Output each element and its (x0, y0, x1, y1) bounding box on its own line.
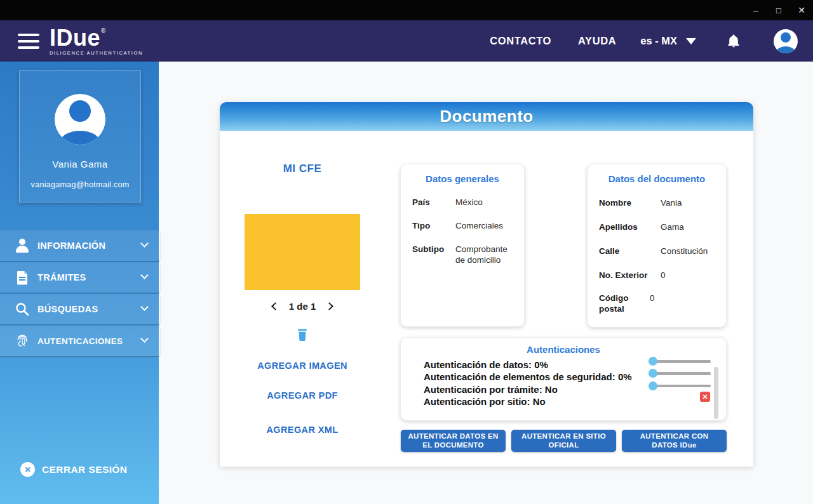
profile-card: Vania Gama vaniagamag@hotmail.com (19, 70, 141, 202)
page-title: Documento (440, 107, 534, 126)
sidebar-item-label: AUTENTICACIONES (37, 336, 123, 346)
avatar-head (781, 32, 791, 43)
data-row: País México (401, 197, 524, 208)
page-indicator: 1 de 1 (289, 301, 316, 312)
auth-sitio-fail-icon[interactable]: ✕ (700, 392, 710, 402)
data-row: Subtipo Comprobante de domicilio (401, 244, 524, 265)
slider-track (652, 360, 711, 363)
data-row: Nombre Vania (588, 197, 726, 208)
previous-page-icon[interactable] (271, 302, 279, 310)
auth-status-sitio: Autenticación por sitio: No (424, 395, 632, 408)
data-row: Calle Constitución (588, 246, 726, 256)
profile-email: vaniagamag@hotmail.com (31, 180, 130, 189)
close-circle-icon: ✕ (20, 462, 35, 477)
data-row: Código postal 0 (588, 293, 726, 314)
document-image-preview[interactable] (245, 214, 360, 290)
nav-contacto-link[interactable]: CONTACTO (490, 35, 551, 47)
logo-subtitle: DILIGENCE AUTHENTICATION (50, 51, 143, 56)
row-label: Calle (599, 246, 661, 256)
authenticate-document-data-button[interactable]: AUTENTICAR DATOS EN EL DOCUMENTO (401, 430, 506, 452)
auth-tramite-slider[interactable] (648, 381, 711, 390)
panel-scrollbar[interactable] (714, 367, 718, 419)
sidebar-item-busquedas[interactable]: BÚSQUEDAS (0, 294, 160, 324)
chevron-down-icon (142, 242, 149, 249)
authentication-sliders (648, 357, 711, 394)
add-xml-link[interactable]: AGREGAR XML (245, 425, 360, 435)
logout-button[interactable]: ✕ CERRAR SESIÓN (20, 462, 127, 477)
avatar-shoulders (776, 46, 795, 53)
window-minimize-button[interactable]: – (744, 0, 767, 20)
panel-title: Datos generales (401, 173, 524, 184)
nav-ayuda-link[interactable]: AYUDA (578, 35, 616, 47)
profile-avatar (55, 94, 105, 145)
person-icon (14, 239, 30, 253)
auth-status-tramite: Autenticación por trámite: No (424, 383, 632, 395)
slider-thumb[interactable] (648, 381, 657, 390)
idue-logo: IDue ® DILIGENCE AUTHENTICATION (50, 27, 143, 56)
sidebar-item-label: INFORMACIÓN (37, 241, 105, 251)
window-close-button[interactable]: ✕ (790, 0, 813, 20)
slider-track (652, 385, 711, 388)
language-value: es - MX (640, 35, 677, 47)
delete-image-button[interactable] (245, 329, 360, 341)
slider-thumb[interactable] (648, 369, 657, 378)
window-maximize-button[interactable]: □ (767, 0, 790, 20)
chevron-down-icon (686, 38, 696, 44)
sidebar-menu: INFORMACIÓN TRÁMITES (0, 230, 160, 357)
sidebar-item-tramites[interactable]: TRÁMITES (0, 262, 160, 293)
row-value: Constitución (661, 246, 724, 256)
page-navigator: 1 de 1 (245, 301, 360, 312)
app-header: IDue ® DILIGENCE AUTHENTICATION CONTACTO… (0, 20, 813, 62)
sidebar-item-informacion[interactable]: INFORMACIÓN (0, 230, 160, 261)
sidebar-item-autenticaciones[interactable]: AUTENTICACIONES (0, 326, 160, 356)
authenticate-official-site-button[interactable]: AUTENTICAR EN SITIO OFICIAL (511, 430, 616, 452)
general-data-panel: Datos generales País México Tipo Comerci… (400, 164, 525, 327)
document-data-panel: Datos del documento Nombre Vania Apellid… (587, 164, 727, 328)
data-row: Apellidos Gama (588, 222, 726, 232)
row-value: Gama (661, 222, 724, 232)
data-row: Tipo Comerciales (401, 220, 524, 231)
logout-label: CERRAR SESIÓN (42, 464, 127, 475)
avatar-head (69, 100, 91, 122)
row-label: No. Exterior (599, 270, 661, 281)
auth-datos-slider[interactable] (648, 357, 711, 366)
authenticate-idue-data-button[interactable]: AUTENTICAR CON DATOS IDue (622, 430, 727, 452)
chevron-down-icon (142, 306, 149, 313)
notifications-bell-icon[interactable] (727, 34, 741, 49)
sidebar: Vania Gama vaniagamag@hotmail.com INFORM… (0, 62, 159, 504)
authentication-status-list: Autenticación de datos: 0% Autenticación… (424, 359, 632, 408)
trash-icon (297, 329, 307, 341)
row-value: 0 (661, 270, 724, 281)
profile-name: Vania Gama (52, 159, 107, 169)
document-card: Documento MI CFE 1 de 1 AGREGAR IMAGEN A… (220, 102, 753, 467)
next-page-icon[interactable] (325, 302, 333, 310)
logo-title: IDue (50, 27, 100, 50)
row-value: Comprobante de domicilio (455, 244, 516, 265)
window-titlebar: – □ ✕ (0, 0, 813, 20)
row-label: Apellidos (599, 222, 661, 232)
avatar-shoulders (60, 131, 100, 145)
data-row: No. Exterior 0 (588, 270, 726, 281)
document-icon (14, 270, 30, 285)
document-card-header: Documento (220, 102, 753, 131)
language-selector[interactable]: es - MX (640, 35, 696, 47)
user-avatar[interactable] (774, 29, 798, 53)
add-pdf-link[interactable]: AGREGAR PDF (245, 390, 360, 401)
panel-title: Datos del documento (588, 173, 726, 184)
row-label: Subtipo (412, 244, 455, 265)
row-label: Código postal (599, 293, 650, 314)
slider-thumb[interactable] (648, 357, 657, 366)
registered-mark: ® (101, 28, 105, 34)
fingerprint-icon (14, 334, 30, 348)
row-label: Nombre (599, 197, 661, 208)
authentications-panel: Autenticaciones Autenticación de datos: … (400, 337, 727, 421)
auth-status-seguridad: Autenticación de elementos de seguridad:… (424, 371, 632, 383)
search-icon (14, 302, 30, 316)
row-label: País (412, 197, 455, 208)
row-value: Comerciales (455, 220, 516, 231)
hamburger-menu-icon[interactable] (18, 34, 39, 49)
auth-seguridad-slider[interactable] (648, 369, 711, 378)
document-name: MI CFE (245, 162, 360, 175)
add-image-link[interactable]: AGREGAR IMAGEN (245, 361, 360, 371)
row-label: Tipo (412, 220, 455, 231)
